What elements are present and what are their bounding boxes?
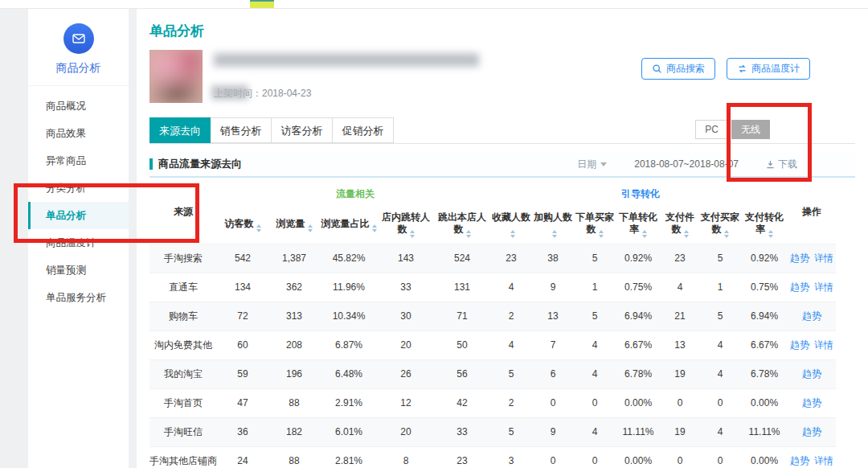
cell-value: 0: [532, 446, 574, 468]
cell-value: 4: [699, 330, 741, 359]
sort-icon[interactable]: [256, 224, 261, 232]
sort-icon[interactable]: [768, 230, 773, 238]
cell-value: 11.11%: [616, 417, 661, 446]
cell-value: 47: [217, 388, 268, 417]
top-bar: [0, 0, 868, 9]
col-header-5[interactable]: 跳出本店人数: [434, 207, 490, 244]
product-search-label: 商品搜索: [666, 62, 705, 76]
cell-value: 542: [217, 244, 268, 273]
sidebar-item-8[interactable]: 单品服务分析: [28, 284, 129, 311]
cell-value: 23: [434, 446, 490, 468]
sort-icon[interactable]: [308, 224, 313, 232]
sidebar-item-6[interactable]: 商品温度计: [28, 229, 129, 257]
cell-source: 手淘旺信: [149, 417, 217, 446]
detail-link[interactable]: 详情: [814, 252, 833, 264]
sort-icon[interactable]: [552, 230, 557, 238]
cell-value: 20: [378, 417, 434, 446]
col-header-4[interactable]: 店内跳转人数: [378, 207, 434, 244]
cell-value: 8: [378, 446, 434, 468]
col-header-9[interactable]: 下单转化率: [616, 207, 661, 244]
chevron-down-icon: [600, 162, 607, 166]
detail-link[interactable]: 详情: [814, 455, 833, 466]
tab-3[interactable]: 访客分析: [272, 117, 333, 143]
sidebar-item-3[interactable]: 异常商品: [28, 147, 129, 174]
sort-icon[interactable]: [466, 230, 471, 238]
cell-value: 0: [532, 388, 574, 417]
sidebar-item-7[interactable]: 销量预测: [28, 257, 129, 284]
cell-value: 5: [699, 244, 741, 273]
col-header-label: 访客数: [225, 218, 254, 229]
cell-actions: 趋势详情: [788, 244, 836, 273]
trend-link[interactable]: 趋势: [790, 455, 809, 466]
header-buttons: 商品搜索 商品温度计: [641, 58, 810, 80]
cell-value: 0.00%: [741, 446, 788, 468]
sort-icon[interactable]: [599, 230, 604, 238]
cell-value: 38: [532, 244, 574, 273]
trend-link[interactable]: 趋势: [790, 252, 809, 264]
col-header-11[interactable]: 支付买家数: [699, 207, 741, 244]
sidebar-item-4[interactable]: 分类分析: [28, 174, 129, 202]
cell-actions: 趋势: [788, 359, 836, 388]
col-header-2[interactable]: 浏览量: [268, 207, 320, 244]
trend-link[interactable]: 趋势: [802, 310, 821, 322]
cell-value: 5: [574, 302, 616, 330]
sort-icon[interactable]: [410, 230, 415, 238]
cell-value: 59: [217, 359, 268, 388]
device-toggle-pc[interactable]: PC: [695, 120, 728, 139]
cell-value: 6.94%: [741, 302, 788, 330]
tab-2[interactable]: 销售分析: [211, 117, 272, 143]
cell-value: 2.81%: [320, 446, 378, 468]
col-header-6[interactable]: 收藏人数: [490, 207, 532, 244]
product-thermometer-button[interactable]: 商品温度计: [727, 58, 810, 80]
cell-value: 7: [532, 330, 574, 359]
sidebar-item-2[interactable]: 商品效果: [28, 120, 129, 147]
detail-link[interactable]: 详情: [814, 339, 833, 351]
cell-value: 6.67%: [616, 330, 661, 359]
cell-value: 30: [378, 302, 434, 330]
col-header-3[interactable]: 浏览量占比: [320, 207, 378, 244]
product-search-button[interactable]: 商品搜索: [641, 58, 715, 80]
col-header-8[interactable]: 下单买家数: [574, 207, 616, 244]
col-header-12[interactable]: 支付转化率: [741, 207, 788, 244]
exchange-arrows-icon: [737, 64, 747, 74]
sort-icon[interactable]: [642, 230, 647, 238]
sort-icon[interactable]: [684, 230, 689, 238]
col-header-7[interactable]: 加购人数: [532, 207, 574, 244]
cell-value: 6: [532, 359, 574, 388]
section-marker: [149, 158, 153, 170]
trend-link[interactable]: 趋势: [802, 368, 821, 380]
trend-link[interactable]: 趋势: [790, 281, 809, 293]
sort-icon[interactable]: [372, 224, 377, 232]
product-thermometer-label: 商品温度计: [751, 62, 800, 76]
sort-icon[interactable]: [724, 230, 729, 238]
trend-link[interactable]: 趋势: [790, 339, 809, 351]
col-header-label: 店内跳转人数: [382, 211, 430, 235]
date-filter-dropdown[interactable]: 日期: [577, 158, 607, 171]
col-header-10[interactable]: 支付件数: [661, 207, 699, 244]
sidebar-menu: 商品概况商品效果异常商品分类分析单品分析商品温度计销量预测单品服务分析: [28, 86, 129, 311]
detail-link[interactable]: 详情: [814, 281, 833, 293]
cell-actions: 趋势: [788, 417, 836, 446]
sort-icon[interactable]: [510, 230, 515, 238]
table-row: 手淘搜索5421,38745.82%143524233850.92%2350.9…: [149, 244, 836, 273]
main-panel: 单品分析 上架时间：2018-04-23 商品搜索 商品温度计: [137, 9, 868, 468]
tab-1[interactable]: 来源去向: [149, 117, 211, 143]
cell-value: 60: [217, 330, 268, 359]
col-header-1[interactable]: 访客数: [217, 207, 268, 244]
download-button[interactable]: 下载: [766, 158, 797, 171]
trend-link[interactable]: 趋势: [802, 426, 821, 437]
download-label: 下载: [778, 158, 797, 171]
trend-link[interactable]: 趋势: [802, 397, 821, 408]
cell-value: 12: [378, 388, 434, 417]
cell-value: 0.92%: [741, 244, 788, 273]
sidebar-item-1[interactable]: 商品概况: [28, 92, 129, 120]
cell-value: 6.67%: [741, 330, 788, 359]
cell-value: 11.11%: [741, 417, 788, 446]
table-row: 手淘首页47882.91%12422000.00%000.00%趋势: [149, 388, 836, 417]
device-toggle-wireless[interactable]: 无线: [731, 120, 770, 139]
tab-4[interactable]: 促销分析: [333, 117, 394, 143]
cell-value: 26: [378, 359, 434, 388]
sidebar-item-5[interactable]: 单品分析: [28, 202, 129, 229]
cell-value: 19: [661, 359, 699, 388]
cell-value: 5: [490, 359, 532, 388]
